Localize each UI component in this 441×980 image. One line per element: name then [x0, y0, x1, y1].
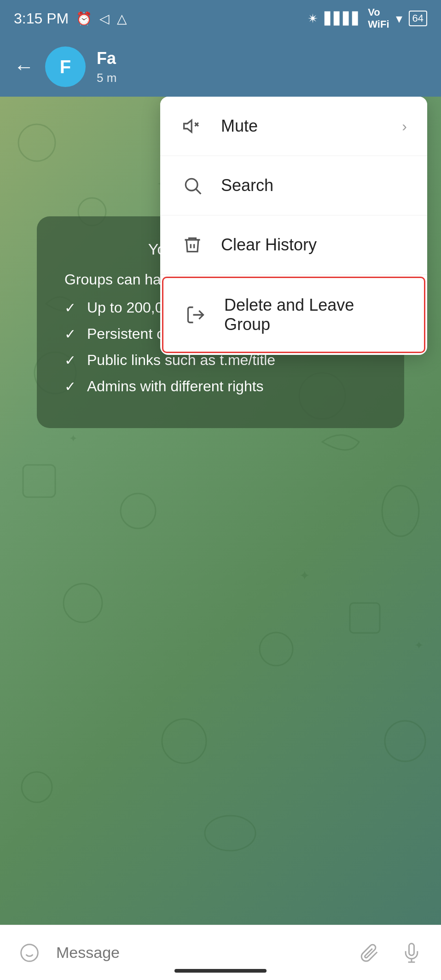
time-display: 3:15 PM	[14, 10, 69, 27]
svg-point-15	[22, 772, 52, 802]
svg-point-29	[21, 944, 38, 961]
emoji-button[interactable]	[14, 937, 45, 968]
feature-item-4: ✓ Admins with different rights	[64, 378, 377, 395]
back-button[interactable]: ←	[14, 55, 34, 78]
check-icon-4: ✓	[64, 378, 76, 394]
bluetooth-icon: ✴	[308, 11, 318, 26]
chat-status: 5 m	[97, 71, 116, 85]
svg-line-27	[196, 189, 201, 194]
menu-item-mute[interactable]: Mute ›	[160, 97, 427, 156]
chat-name: Fa	[97, 49, 116, 68]
status-bar-left: 3:15 PM ⏰ ◁ △	[14, 10, 127, 27]
delete-leave-icon	[184, 303, 208, 327]
mute-arrow: ›	[402, 118, 407, 135]
avatar: F	[45, 46, 86, 87]
svg-text:✦: ✦	[69, 433, 77, 444]
menu-item-delete-leave[interactable]: Delete and Leave Group	[162, 277, 425, 353]
battery-icon: 64	[409, 11, 427, 26]
svg-rect-13	[350, 603, 380, 633]
svg-point-12	[260, 632, 293, 666]
svg-point-26	[186, 179, 197, 191]
clear-history-icon	[180, 233, 204, 257]
feature-text-4: Admins with different rights	[87, 378, 264, 395]
chat-background: ✦ ✦ ✦ ✦ ✦ Mute ›	[0, 97, 441, 925]
check-icon-3: ✓	[64, 352, 76, 368]
app-bar: ← F Fa 5 m	[0, 37, 441, 97]
menu-item-clear-history[interactable]: Clear History	[160, 215, 427, 275]
svg-point-0	[18, 124, 55, 161]
svg-text:✦: ✦	[299, 568, 310, 583]
signal-icon: ▋▋▋▋	[325, 12, 361, 26]
home-indicator	[174, 969, 267, 973]
alarm-icon: ⏰	[76, 11, 92, 26]
svg-text:✦: ✦	[414, 639, 424, 651]
search-icon	[180, 174, 204, 197]
status-bar: 3:15 PM ⏰ ◁ △ ✴ ▋▋▋▋ VoWiFi ▾ 64	[0, 0, 441, 37]
svg-marker-23	[184, 120, 192, 132]
mute-icon	[180, 114, 204, 138]
check-icon-2: ✓	[64, 326, 76, 342]
search-label: Search	[221, 176, 273, 195]
svg-point-17	[205, 816, 255, 851]
svg-rect-7	[23, 465, 55, 497]
delete-leave-label: Delete and Leave Group	[224, 296, 404, 334]
vo-wifi-label: VoWiFi	[368, 6, 389, 30]
svg-point-9	[121, 493, 156, 528]
wifi-icon: ▾	[396, 11, 402, 26]
message-input[interactable]	[56, 944, 342, 962]
mic-button[interactable]	[396, 937, 427, 968]
notify-icon: △	[117, 11, 127, 26]
status-bar-right: ✴ ▋▋▋▋ VoWiFi ▾ 64	[308, 6, 427, 30]
attach-button[interactable]	[354, 937, 385, 968]
svg-point-16	[385, 721, 425, 761]
location-icon: ◁	[99, 11, 110, 26]
dropdown-menu: Mute › Search Clear	[160, 97, 427, 355]
clear-history-label: Clear History	[221, 235, 317, 255]
check-icon-1: ✓	[64, 300, 76, 316]
svg-point-14	[162, 719, 206, 763]
mute-label: Mute	[221, 116, 258, 136]
chat-info: Fa 5 m	[97, 49, 116, 85]
svg-point-11	[64, 584, 102, 622]
svg-point-10	[382, 486, 419, 536]
menu-item-search[interactable]: Search	[160, 156, 427, 215]
